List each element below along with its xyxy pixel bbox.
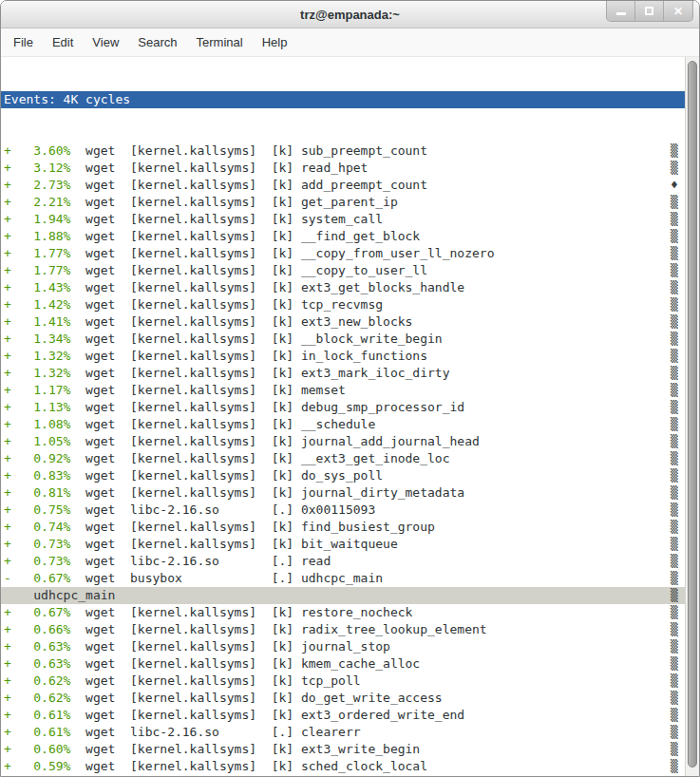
perf-row[interactable]: +1.08%wget[kernel.kallsyms][k]__schedule…: [1, 416, 685, 433]
minimize-icon: [616, 12, 626, 15]
perf-row[interactable]: +0.62%wget[kernel.kallsyms][k]do_get_wri…: [1, 690, 685, 707]
shared-object-name: [kernel.kallsyms]: [130, 279, 256, 296]
command-name: wget: [85, 399, 115, 416]
symbol-type: [k]: [272, 279, 293, 296]
shared-object-name: [kernel.kallsyms]: [130, 450, 256, 467]
shared-object-name: [kernel.kallsyms]: [130, 467, 256, 484]
perf-row[interactable]: +0.73%wgetlibc-2.16.so[.]read▒: [1, 553, 685, 570]
overhead-percent: 0.73%: [11, 553, 71, 570]
perf-row[interactable]: +0.74%wget[kernel.kallsyms][k]find_busie…: [1, 519, 685, 536]
perf-row[interactable]: +0.63%wget[kernel.kallsyms][k]journal_st…: [1, 638, 685, 655]
scrollbar-track[interactable]: [685, 57, 699, 776]
tui-scroll-shade-icon: ▒: [671, 399, 678, 416]
menu-item-edit[interactable]: Edit: [43, 30, 83, 54]
command-name: wget: [85, 142, 115, 160]
scrollbar-thumb[interactable]: [688, 61, 697, 768]
perf-row[interactable]: +2.73%wget[kernel.kallsyms][k]add_preemp…: [1, 177, 685, 194]
symbol-type: [k]: [272, 707, 293, 724]
perf-row[interactable]: +1.77%wget[kernel.kallsyms][k]__copy_fro…: [1, 245, 685, 262]
perf-row[interactable]: +1.17%wget[kernel.kallsyms][k]memset▒: [1, 382, 685, 399]
command-name: wget: [85, 296, 115, 313]
command-name: wget: [85, 228, 115, 245]
perf-row[interactable]: +3.60%wget[kernel.kallsyms][k]sub_preemp…: [1, 142, 685, 160]
command-name: wget: [85, 621, 115, 638]
command-name: wget: [85, 707, 115, 724]
terminal-area: Events: 4K cycles +3.60%wget[kernel.kall…: [1, 57, 699, 776]
command-name: wget: [85, 690, 115, 707]
shared-object-name: [kernel.kallsyms]: [130, 399, 256, 416]
perf-row[interactable]: +1.41%wget[kernel.kallsyms][k]ext3_new_b…: [1, 313, 685, 331]
maximize-button[interactable]: [635, 1, 664, 21]
perf-row[interactable]: +0.61%wget[kernel.kallsyms][k]ext3_order…: [1, 707, 685, 724]
perf-row[interactable]: +1.05%wget[kernel.kallsyms][k]journal_ad…: [1, 433, 685, 450]
perf-row[interactable]: +0.81%wget[kernel.kallsyms][k]journal_di…: [1, 484, 685, 502]
expand-toggle: +: [4, 177, 11, 194]
perf-row[interactable]: +0.66%wget[kernel.kallsyms][k]radix_tree…: [1, 621, 685, 638]
perf-row[interactable]: +1.94%wget[kernel.kallsyms][k]system_cal…: [1, 211, 685, 228]
perf-row[interactable]: +0.62%wget[kernel.kallsyms][k]tcp_poll▒: [1, 673, 685, 690]
symbol-name: clearerr: [301, 724, 361, 741]
perf-row[interactable]: +2.21%wget[kernel.kallsyms][k]get_parent…: [1, 194, 685, 211]
shared-object-name: [kernel.kallsyms]: [130, 228, 256, 245]
perf-row[interactable]: +0.73%wget[kernel.kallsyms][k]bit_waitqu…: [1, 536, 685, 553]
perf-row[interactable]: +0.60%wget[kernel.kallsyms][k]ext3_write…: [1, 741, 685, 758]
perf-row[interactable]: +0.63%wget[kernel.kallsyms][k]kmem_cache…: [1, 655, 685, 673]
shared-object-name: libc-2.16.so: [130, 502, 256, 519]
symbol-type: [k]: [272, 655, 293, 673]
menu-item-search[interactable]: Search: [128, 30, 186, 54]
perf-row[interactable]: +1.13%wget[kernel.kallsyms][k]debug_smp_…: [1, 399, 685, 416]
overhead-percent: 0.62%: [11, 690, 71, 707]
expand-toggle: +: [4, 416, 11, 433]
shared-object-name: [kernel.kallsyms]: [130, 707, 256, 724]
command-name: wget: [85, 194, 115, 211]
perf-row[interactable]: +1.77%wget[kernel.kallsyms][k]__copy_to_…: [1, 262, 685, 279]
perf-row[interactable]: +0.75%wgetlibc-2.16.so[.]0x00115093▒: [1, 502, 685, 519]
symbol-name: system_call: [301, 211, 383, 228]
symbol-type: [k]: [272, 484, 293, 502]
symbol-name: __copy_from_user_ll_nozero: [301, 245, 495, 262]
shared-object-name: [kernel.kallsyms]: [130, 536, 256, 553]
command-name: wget: [85, 416, 115, 433]
menu-item-file[interactable]: File: [4, 30, 43, 54]
expand-toggle: -: [4, 570, 11, 587]
menu-item-help[interactable]: Help: [253, 30, 297, 54]
expand-toggle: +: [4, 502, 11, 519]
tui-scroll-shade-icon: ▒: [671, 160, 678, 177]
menu-bar: FileEditViewSearchTerminalHelp: [1, 28, 699, 57]
symbol-type: [k]: [272, 160, 293, 177]
overhead-percent: 0.75%: [11, 502, 71, 519]
perf-row[interactable]: +0.61%wgetlibc-2.16.so[.]clearerr▒: [1, 724, 685, 741]
perf-row[interactable]: +0.92%wget[kernel.kallsyms][k]__ext3_get…: [1, 450, 685, 467]
expand-toggle: +: [4, 467, 11, 484]
perf-row[interactable]: +0.59%wget[kernel.kallsyms][k]sched_cloc…: [1, 758, 685, 775]
window-controls: ✕: [606, 1, 693, 22]
symbol-type: [k]: [272, 228, 293, 245]
perf-row[interactable]: -0.67%wgetbusybox[.]udhcpc_main▒: [1, 570, 685, 587]
perf-row-selected[interactable]: udhcpc_main▒: [1, 587, 685, 604]
tui-scroll-shade-icon: ▒: [671, 604, 678, 621]
perf-row[interactable]: +1.32%wget[kernel.kallsyms][k]ext3_mark_…: [1, 365, 685, 382]
expand-toggle: +: [4, 707, 11, 724]
tui-scroll-shade-icon: ▒: [671, 502, 678, 519]
perf-row[interactable]: +1.88%wget[kernel.kallsyms][k]__find_get…: [1, 228, 685, 245]
perf-row[interactable]: +0.83%wget[kernel.kallsyms][k]do_sys_pol…: [1, 467, 685, 484]
perf-row[interactable]: +1.34%wget[kernel.kallsyms][k]__block_wr…: [1, 331, 685, 348]
command-name: wget: [85, 365, 115, 382]
perf-row[interactable]: +1.32%wget[kernel.kallsyms][k]in_lock_fu…: [1, 348, 685, 365]
perf-row[interactable]: +3.12%wget[kernel.kallsyms][k]read_hpet▒: [1, 160, 685, 177]
close-button[interactable]: ✕: [664, 1, 692, 21]
menu-item-view[interactable]: View: [83, 30, 128, 54]
symbol-name: ext3_write_begin: [301, 741, 420, 758]
perf-row[interactable]: +0.67%wget[kernel.kallsyms][k]restore_no…: [1, 604, 685, 621]
minimize-button[interactable]: [607, 1, 635, 21]
command-name: wget: [85, 741, 115, 758]
overhead-percent: 1.34%: [11, 331, 71, 348]
symbol-name: do_sys_poll: [301, 467, 383, 484]
perf-row[interactable]: +1.43%wget[kernel.kallsyms][k]ext3_get_b…: [1, 279, 685, 296]
symbol-type: [.]: [272, 570, 293, 587]
perf-row[interactable]: +1.42%wget[kernel.kallsyms][k]tcp_recvms…: [1, 296, 685, 313]
expand-toggle: +: [4, 296, 11, 313]
menu-item-terminal[interactable]: Terminal: [187, 30, 253, 54]
symbol-name: __block_write_begin: [301, 331, 443, 348]
title-bar[interactable]: trz@empanada:~ ✕: [1, 1, 699, 28]
